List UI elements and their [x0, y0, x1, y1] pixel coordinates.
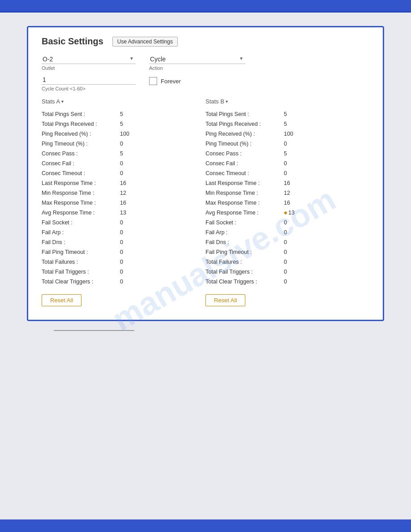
- stats-a-label-0: Total Pings Sent :: [42, 111, 120, 117]
- stats-b-value-17: 0: [284, 279, 297, 285]
- top-bar: [0, 0, 411, 13]
- stats-b-row: Consec Fail : 0: [206, 159, 369, 168]
- outlet-label: Outlet: [42, 65, 136, 71]
- stats-b-label-3: Ping Timeout (%) :: [206, 141, 284, 147]
- stats-b-value-7: 16: [284, 180, 297, 186]
- stats-b-label-11: Fail Socket :: [206, 219, 284, 226]
- stats-b-value-12: 0: [284, 229, 297, 236]
- stats-b-row: Last Response Time : 16: [206, 178, 369, 188]
- action-select[interactable]: Cycle On Off: [149, 55, 245, 64]
- stats-b-row: Total Fail Triggers : 0: [206, 267, 369, 276]
- stats-b-label-7: Last Response Time :: [206, 180, 284, 186]
- outlet-select[interactable]: O-2 O-1 O-3: [42, 55, 136, 64]
- stats-a-value-14: 0: [120, 249, 133, 255]
- stats-b-label-16: Total Fail Triggers :: [206, 269, 284, 275]
- stats-a-row: Total Clear Triggers : 0: [42, 277, 206, 286]
- stats-a-value-12: 0: [120, 229, 133, 236]
- stats-a-label-11: Fail Socket :: [42, 219, 120, 226]
- stats-b-row: Total Pings Received : 5: [206, 119, 369, 129]
- stats-b-value-15: 0: [284, 259, 297, 265]
- stats-b-label-1: Total Pings Received :: [206, 121, 284, 127]
- stats-a-column: Stats A ▾ Total Pings Sent : 5 Total Pin…: [42, 98, 206, 306]
- stats-b-row: Fail Arp : 0: [206, 227, 369, 237]
- stats-b-row: Ping Timeout (%) : 0: [206, 139, 369, 148]
- stats-b-label-0: Total Pings Sent :: [206, 111, 284, 117]
- stats-a-row: Fail Dns : 0: [42, 237, 206, 247]
- stats-a-value-9: 16: [120, 200, 133, 206]
- stats-a-header-label: Stats A: [42, 98, 60, 105]
- stats-b-value-5: 0: [284, 160, 297, 167]
- stats-a-label-7: Last Response Time :: [42, 180, 120, 186]
- action-group: Cycle On Off Action: [149, 55, 245, 71]
- main-panel: Basic Settings Use Advanced Settings O-2…: [27, 26, 384, 321]
- stats-b-row: Min Response Time : 12: [206, 188, 369, 197]
- divider-line: [54, 330, 134, 331]
- stats-b-reset-button[interactable]: Reset All: [206, 294, 245, 306]
- stats-b-label-5: Consec Fail :: [206, 160, 284, 167]
- bottom-bar: [0, 519, 411, 532]
- stats-a-label-8: Min Response Time :: [42, 190, 120, 196]
- stats-b-value-10: 13: [288, 210, 302, 216]
- stats-a-row: Consec Timeout : 0: [42, 168, 206, 178]
- stats-b-row: Fail Ping Timeout : 0: [206, 247, 369, 257]
- stats-b-value-9: 16: [284, 200, 297, 206]
- stats-b-value-3: 0: [284, 141, 297, 147]
- stats-a-row: Consec Fail : 0: [42, 159, 206, 168]
- forever-group: Forever: [149, 75, 181, 85]
- stats-a-value-3: 0: [120, 141, 133, 147]
- stats-a-value-6: 0: [120, 170, 133, 176]
- stats-b-value-1: 5: [284, 121, 297, 127]
- stats-a-row: Ping Timeout (%) : 0: [42, 139, 206, 148]
- stats-a-value-11: 0: [120, 219, 133, 226]
- stats-b-header: Stats B ▾: [206, 98, 369, 105]
- stats-a-reset-button[interactable]: Reset All: [42, 294, 81, 306]
- stats-a-label-5: Consec Fail :: [42, 160, 120, 167]
- forever-checkbox[interactable]: [149, 77, 157, 85]
- stats-b-header-label: Stats B: [206, 98, 224, 105]
- stats-a-row: Total Pings Sent : 5: [42, 109, 206, 119]
- forever-wrapper: Forever: [149, 76, 181, 85]
- stats-a-value-5: 0: [120, 160, 133, 167]
- stats-a-label-17: Total Clear Triggers :: [42, 279, 120, 285]
- stats-a-row: Consec Pass : 5: [42, 149, 206, 158]
- stats-b-rows: Total Pings Sent : 5 Total Pings Receive…: [206, 109, 369, 286]
- stats-b-label-13: Fail Dns :: [206, 239, 284, 245]
- stats-b-column: Stats B ▾ Total Pings Sent : 5 Total Pin…: [206, 98, 369, 306]
- stats-b-value-0: 5: [284, 111, 297, 117]
- stats-a-row: Ping Received (%) : 100: [42, 129, 206, 138]
- stats-a-row: Total Failures : 0: [42, 257, 206, 266]
- cycle-count-input[interactable]: [42, 75, 136, 85]
- stats-a-value-16: 0: [120, 269, 133, 275]
- stats-a-label-13: Fail Dns :: [42, 239, 120, 245]
- stats-a-value-0: 5: [120, 111, 133, 117]
- stats-a-label-16: Total Fail Triggers :: [42, 269, 120, 275]
- outlet-group: O-2 O-1 O-3 Outlet: [42, 55, 136, 71]
- stats-a-value-1: 5: [120, 121, 133, 127]
- stats-a-row: Min Response Time : 12: [42, 188, 206, 197]
- stats-a-row: Fail Socket : 0: [42, 218, 206, 227]
- stats-a-label-6: Consec Timeout :: [42, 170, 120, 176]
- stats-a-value-8: 12: [120, 190, 133, 196]
- forever-label: Forever: [161, 78, 181, 85]
- stats-b-value-16: 0: [284, 269, 297, 275]
- stats-a-label-3: Ping Timeout (%) :: [42, 141, 120, 147]
- stats-a-value-2: 100: [120, 131, 133, 137]
- stats-a-value-17: 0: [120, 279, 133, 285]
- stats-b-chevron-icon: ▾: [226, 99, 228, 104]
- stats-a-row: Total Fail Triggers : 0: [42, 267, 206, 276]
- stats-b-row: Ping Received (%) : 100: [206, 129, 369, 138]
- stats-b-label-17: Total Clear Triggers :: [206, 279, 284, 285]
- stats-a-label-12: Fail Arp :: [42, 229, 120, 236]
- stats-b-label-4: Consec Pass :: [206, 150, 284, 157]
- stats-a-value-4: 5: [120, 150, 133, 157]
- stats-a-label-9: Max Response Time :: [42, 200, 120, 206]
- stats-b-value-14: 0: [284, 249, 297, 255]
- advanced-settings-button[interactable]: Use Advanced Settings: [112, 37, 178, 47]
- stats-b-value-11: 0: [284, 219, 297, 226]
- stats-b-row: Fail Socket : 0: [206, 218, 369, 227]
- stats-a-rows: Total Pings Sent : 5 Total Pings Receive…: [42, 109, 206, 286]
- stats-b-label-8: Min Response Time :: [206, 190, 284, 196]
- stats-b-label-6: Consec Timeout :: [206, 170, 284, 176]
- stats-a-value-7: 16: [120, 180, 133, 186]
- stats-b-row: Total Pings Sent : 5: [206, 109, 369, 119]
